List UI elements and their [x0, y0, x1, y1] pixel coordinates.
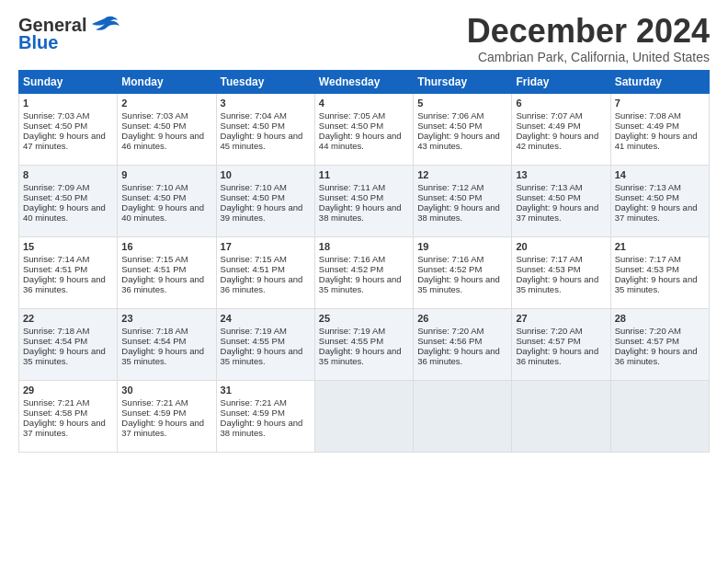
- daylight: Daylight: 9 hours and 37 minutes.: [516, 202, 598, 223]
- table-row: 18Sunrise: 7:16 AMSunset: 4:52 PMDayligh…: [314, 237, 413, 309]
- daylight: Daylight: 9 hours and 36 minutes.: [516, 346, 598, 366]
- calendar-week-3: 15Sunrise: 7:14 AMSunset: 4:51 PMDayligh…: [19, 237, 710, 309]
- header-saturday: Saturday: [610, 71, 709, 94]
- table-row: 26Sunrise: 7:20 AMSunset: 4:56 PMDayligh…: [414, 309, 512, 381]
- table-row: 19Sunrise: 7:16 AMSunset: 4:52 PMDayligh…: [414, 237, 512, 309]
- sunrise: Sunrise: 7:17 AM: [516, 254, 582, 264]
- sunset: Sunset: 4:51 PM: [221, 264, 285, 274]
- table-row: 16Sunrise: 7:15 AMSunset: 4:51 PMDayligh…: [118, 237, 216, 309]
- sunrise: Sunrise: 7:09 AM: [23, 182, 89, 192]
- day-number: 28: [615, 313, 705, 324]
- sunset: Sunset: 4:53 PM: [516, 264, 580, 274]
- daylight: Daylight: 9 hours and 37 minutes.: [615, 202, 698, 223]
- sunset: Sunset: 4:51 PM: [121, 264, 186, 274]
- day-number: 29: [23, 385, 113, 396]
- daylight: Daylight: 9 hours and 42 minutes.: [516, 131, 598, 151]
- title-block: December 2024 Cambrian Park, California,…: [467, 15, 710, 64]
- table-row: 6Sunrise: 7:07 AMSunset: 4:49 PMDaylight…: [512, 94, 610, 166]
- sunset: Sunset: 4:54 PM: [121, 336, 186, 346]
- daylight: Daylight: 9 hours and 38 minutes.: [417, 202, 500, 223]
- daylight: Daylight: 9 hours and 35 minutes.: [417, 274, 500, 294]
- daylight: Daylight: 9 hours and 37 minutes.: [121, 418, 204, 438]
- day-number: 6: [516, 98, 606, 109]
- sunset: Sunset: 4:58 PM: [23, 408, 87, 418]
- table-row: [512, 381, 610, 453]
- table-row: 9Sunrise: 7:10 AMSunset: 4:50 PMDaylight…: [118, 166, 216, 237]
- sunrise: Sunrise: 7:13 AM: [615, 182, 681, 192]
- sunset: Sunset: 4:53 PM: [615, 264, 679, 274]
- sunrise: Sunrise: 7:16 AM: [417, 254, 483, 264]
- sunrise: Sunrise: 7:03 AM: [23, 110, 89, 121]
- daylight: Daylight: 9 hours and 43 minutes.: [417, 131, 500, 151]
- table-row: 11Sunrise: 7:11 AMSunset: 4:50 PMDayligh…: [314, 166, 413, 237]
- table-row: 15Sunrise: 7:14 AMSunset: 4:51 PMDayligh…: [19, 237, 118, 309]
- daylight: Daylight: 9 hours and 35 minutes.: [516, 274, 598, 294]
- day-number: 19: [417, 241, 507, 252]
- sunrise: Sunrise: 7:10 AM: [121, 182, 188, 192]
- day-number: 26: [417, 313, 507, 324]
- daylight: Daylight: 9 hours and 35 minutes.: [23, 346, 106, 366]
- sunset: Sunset: 4:51 PM: [23, 264, 87, 274]
- sunset: Sunset: 4:50 PM: [417, 121, 482, 131]
- sunrise: Sunrise: 7:12 AM: [417, 182, 483, 192]
- header-sunday: Sunday: [19, 71, 118, 94]
- sunrise: Sunrise: 7:04 AM: [221, 110, 287, 121]
- calendar-week-2: 8Sunrise: 7:09 AMSunset: 4:50 PMDaylight…: [19, 166, 710, 237]
- daylight: Daylight: 9 hours and 44 minutes.: [319, 131, 402, 151]
- table-row: 14Sunrise: 7:13 AMSunset: 4:50 PMDayligh…: [610, 166, 709, 237]
- sunrise: Sunrise: 7:17 AM: [615, 254, 681, 264]
- sunrise: Sunrise: 7:18 AM: [121, 326, 188, 336]
- sunset: Sunset: 4:50 PM: [615, 192, 679, 202]
- location: Cambrian Park, California, United States: [467, 50, 710, 64]
- table-row: 25Sunrise: 7:19 AMSunset: 4:55 PMDayligh…: [314, 309, 413, 381]
- sunset: Sunset: 4:50 PM: [319, 192, 383, 202]
- day-number: 5: [417, 98, 507, 109]
- sunset: Sunset: 4:55 PM: [221, 336, 285, 346]
- sunrise: Sunrise: 7:08 AM: [615, 110, 681, 121]
- table-row: 13Sunrise: 7:13 AMSunset: 4:50 PMDayligh…: [512, 166, 610, 237]
- daylight: Daylight: 9 hours and 38 minutes.: [319, 202, 402, 223]
- day-number: 27: [516, 313, 606, 324]
- daylight: Daylight: 9 hours and 36 minutes.: [417, 346, 500, 366]
- table-row: 29Sunrise: 7:21 AMSunset: 4:58 PMDayligh…: [19, 381, 118, 453]
- day-number: 7: [615, 98, 705, 109]
- sunrise: Sunrise: 7:21 AM: [221, 397, 287, 408]
- day-number: 23: [121, 313, 211, 324]
- daylight: Daylight: 9 hours and 36 minutes.: [23, 274, 106, 294]
- sunset: Sunset: 4:50 PM: [221, 192, 285, 202]
- header-monday: Monday: [118, 71, 216, 94]
- daylight: Daylight: 9 hours and 40 minutes.: [23, 202, 106, 223]
- day-number: 25: [319, 313, 409, 324]
- sunrise: Sunrise: 7:15 AM: [221, 254, 287, 264]
- table-row: 12Sunrise: 7:12 AMSunset: 4:50 PMDayligh…: [414, 166, 512, 237]
- day-number: 10: [221, 169, 311, 180]
- daylight: Daylight: 9 hours and 35 minutes.: [319, 274, 402, 294]
- sunrise: Sunrise: 7:13 AM: [516, 182, 582, 192]
- table-row: 8Sunrise: 7:09 AMSunset: 4:50 PMDaylight…: [19, 166, 118, 237]
- sunset: Sunset: 4:50 PM: [23, 192, 87, 202]
- table-row: 7Sunrise: 7:08 AMSunset: 4:49 PMDaylight…: [610, 94, 709, 166]
- sunrise: Sunrise: 7:05 AM: [319, 110, 385, 121]
- day-number: 3: [221, 98, 311, 109]
- logo-text-blue: Blue: [18, 33, 58, 52]
- day-number: 2: [121, 98, 211, 109]
- sunset: Sunset: 4:55 PM: [319, 336, 383, 346]
- calendar-week-5: 29Sunrise: 7:21 AMSunset: 4:58 PMDayligh…: [19, 381, 710, 453]
- calendar-header-row: Sunday Monday Tuesday Wednesday Thursday…: [19, 71, 710, 94]
- header-friday: Friday: [512, 71, 610, 94]
- table-row: 31Sunrise: 7:21 AMSunset: 4:59 PMDayligh…: [216, 381, 314, 453]
- sunset: Sunset: 4:50 PM: [516, 192, 580, 202]
- day-number: 13: [516, 169, 606, 180]
- sunrise: Sunrise: 7:03 AM: [121, 110, 188, 121]
- sunrise: Sunrise: 7:20 AM: [516, 326, 582, 336]
- day-number: 30: [121, 385, 211, 396]
- table-row: 20Sunrise: 7:17 AMSunset: 4:53 PMDayligh…: [512, 237, 610, 309]
- sunrise: Sunrise: 7:19 AM: [221, 326, 287, 336]
- day-number: 8: [23, 169, 113, 180]
- logo: General Blue: [18, 15, 119, 52]
- table-row: 27Sunrise: 7:20 AMSunset: 4:57 PMDayligh…: [512, 309, 610, 381]
- day-number: 9: [121, 169, 211, 180]
- table-row: 17Sunrise: 7:15 AMSunset: 4:51 PMDayligh…: [216, 237, 314, 309]
- sunset: Sunset: 4:50 PM: [417, 192, 482, 202]
- daylight: Daylight: 9 hours and 45 minutes.: [221, 131, 303, 151]
